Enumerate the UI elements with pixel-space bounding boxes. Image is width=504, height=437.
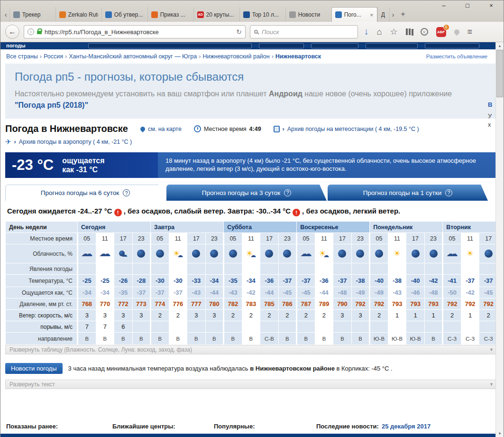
back-icon: ← [9,28,16,36]
tab-close-icon[interactable]: × [370,11,374,19]
forecast-cell: 11 [242,233,260,244]
help-icon[interactable]: ? [123,189,130,196]
bookmark-star-icon[interactable]: ☆ [390,27,397,37]
breadcrumb-link[interactable]: Нижневартовск [275,53,321,60]
row-label: направление [6,333,78,345]
browser-tab[interactable]: AD20 круты... [193,7,239,22]
forecast-cell [388,263,406,275]
forecast-cell: Ю-В [388,333,406,345]
forecast-cell: -37 [169,287,187,298]
forecast-cell: 11 [461,233,479,244]
scrollbar[interactable]: ▲ ▼ [495,42,504,437]
forecast-cell: 11 [388,233,406,244]
tab-favicon [335,11,342,18]
minimize-button[interactable]: – [440,2,448,9]
station-archive-link[interactable]: ›Архив погоды на метеостанции ( 4 км, -1… [274,126,419,132]
forecast-cell [370,321,388,333]
summary-text: Сегодня ожидается -24..-27 °C [7,207,112,215]
forecast-cell: -34 [96,287,114,298]
adblock-icon[interactable]: ABP 6 [436,27,446,37]
forecast-cell: В [78,333,96,345]
tab-scroll-left-icon[interactable]: ‹ [2,8,9,22]
site-search-box[interactable] [88,43,252,48]
map-link[interactable]: см. на карте [140,126,182,132]
row-label: Температура, °C [6,275,78,287]
place-ad-link[interactable]: Разместить объявление [426,54,487,59]
url-bar[interactable]: i https://rp5.ru/Погода_в_Нижневартовске… [24,25,246,38]
airport-archive-link[interactable]: ✈›Архив погоды в аэропорту ( 4 км, -21 °… [5,138,132,146]
forecast-cell: 793 [388,298,406,310]
search-bar[interactable]: Поиск [250,25,358,38]
browser-tab[interactable]: Приказ ... [147,7,193,22]
forecast-cell: 17 [187,233,206,244]
expand-table-bar[interactable]: Развернуть таблицу (Влажность. Солнце, Л… [5,345,498,354]
day-header: Сегодня [78,222,151,233]
url-text[interactable]: https://rp5.ru/Погода_в_Нижневартовске [45,28,233,36]
breadcrumb-link[interactable]: Ханты-Мансийский автономный округ — Югра [69,53,197,60]
breadcrumb-link[interactable]: Все страны [6,53,38,60]
maximize-button[interactable]: □ [464,2,471,9]
summary-text: , без осадков, легкий ветер. [302,207,400,215]
scrollbar-up-icon[interactable]: ▲ [496,42,504,50]
browser-tab[interactable]: Пого...× [331,7,377,22]
forecast-tab[interactable]: Прогноз погоды на 3 суток? [166,185,327,201]
promo-text: наше новое (очень хорошее) приложение [302,90,452,98]
browser-tab[interactable]: Новости [285,7,331,22]
library-icon[interactable] [406,28,408,35]
forecast-cell: 2 [260,310,279,321]
site-nav-box[interactable] [425,43,479,48]
forecast-cell: -44 [260,287,279,298]
forecast-cell: С-З [461,333,479,345]
forecast-cell: -36 [260,275,279,287]
forecast-cell [205,263,224,275]
weather-news-button[interactable]: Новости погоды [5,363,63,374]
site-nav-box[interactable] [311,43,358,48]
browser-tab[interactable]: Zerkalo Rutor [55,7,101,22]
browser-tab[interactable]: Об утвер... [101,7,147,22]
breadcrumb-link[interactable]: Россия [44,53,63,60]
scrollbar-thumb[interactable] [496,50,503,97]
close-button[interactable]: × [487,2,495,9]
help-icon[interactable]: ? [445,189,452,196]
menu-icon[interactable]: ≡ [467,27,473,37]
forecast-cell [78,263,96,275]
forecast-cell: -48 [333,287,352,298]
forecast-cell: В [242,333,260,345]
last-news-date-link[interactable]: 25 декабря 2017 [382,423,431,430]
local-time: Местное время4:49 [194,125,261,132]
expand-text-bar[interactable]: Развернуть текст ▼ [5,380,498,389]
site-nav-box[interactable] [366,43,418,48]
forecast-cell [351,263,370,275]
browser-tab[interactable]: Трекер [9,7,55,22]
site-footer-bar [0,434,496,437]
breadcrumb-link[interactable]: Нижневартовский район [202,53,269,60]
forecast-cell: 768 [78,298,96,310]
forecast-cell [461,263,479,275]
browser-tab[interactable]: Top 10 л... [239,7,285,22]
forecast-tab[interactable]: Прогноз погоды на 6 суток? [5,185,165,201]
scrollbar-down-icon[interactable]: ▼ [496,430,504,437]
new-tab-button[interactable]: + [396,7,409,22]
app-link[interactable]: "Погода рп5 (2018)" [15,101,88,109]
pocket-icon[interactable]: v [421,28,428,36]
forecast-cell: 23 [132,233,151,244]
download-icon[interactable]: ↓ [364,27,369,37]
weather-icon-night-clear [424,244,443,263]
forecast-cell: 792 [370,298,388,310]
forecast-tab[interactable]: Прогноз погоды на 1 сутки? [328,185,488,201]
info-icon[interactable]: i [27,28,34,35]
back-button[interactable]: ← [5,25,19,39]
browser-tab[interactable]: Д [377,7,390,22]
help-icon[interactable]: ? [284,189,291,196]
forecast-cell: 2 [443,310,461,321]
drop-icon[interactable] [453,28,460,36]
forecast-cell: -40 [406,275,425,287]
forecast-cell: 05 [370,233,388,244]
forecast-cell: 7 [78,321,96,333]
home-icon[interactable]: ⌂ [377,27,382,37]
tab-favicon [243,11,250,18]
forecast-cell: -35 [114,287,133,298]
reload-icon[interactable]: ↻ [236,28,242,36]
site-nav-box[interactable] [259,43,304,48]
tab-scroll-right-icon[interactable]: › [390,8,397,22]
